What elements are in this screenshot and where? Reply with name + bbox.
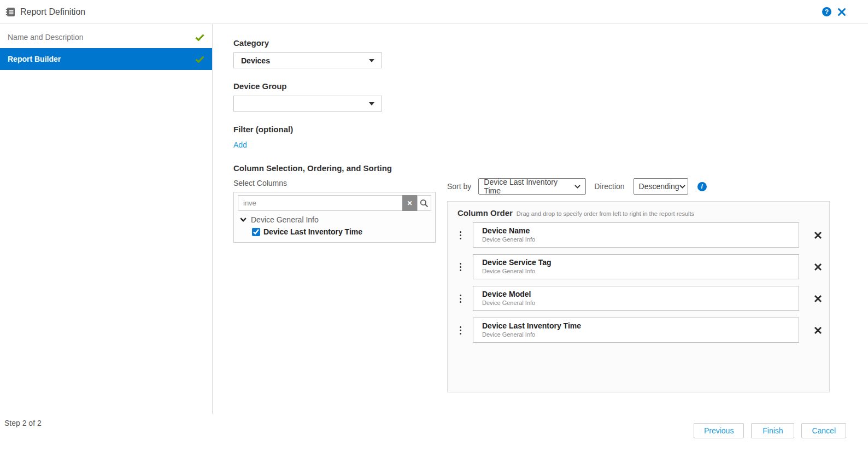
chevron-down-icon [240, 218, 247, 222]
category-label: Category [233, 38, 437, 48]
column-card-subtitle: Device General Info [482, 236, 799, 243]
caret-down-icon [369, 59, 374, 62]
column-card-subtitle: Device General Info [482, 331, 799, 338]
select-columns-label: Select Columns [233, 179, 437, 187]
column-order-panel: Column Order Drag and drop to specify or… [447, 201, 830, 392]
column-card-title: Device Last Inventory Time [482, 321, 799, 331]
column-card-device-model[interactable]: Device Model Device General Info [473, 286, 799, 311]
chevron-down-icon [574, 185, 580, 189]
wizard-footer: Step 2 of 2 Previous Finish Cancel [0, 414, 868, 452]
caret-down-icon [369, 102, 374, 105]
column-card-device-service-tag[interactable]: Device Service Tag Device General Info [473, 254, 799, 279]
remove-column-icon[interactable] [814, 263, 822, 271]
report-icon [5, 7, 15, 17]
tree-group-device-general-info[interactable]: Device General Info [238, 215, 431, 224]
previous-button[interactable]: Previous [694, 423, 744, 438]
step-label: Report Builder [8, 55, 61, 63]
remove-column-icon[interactable] [814, 326, 822, 334]
search-icon[interactable] [417, 195, 431, 211]
column-order-row: Device Service Tag Device General Info [448, 254, 829, 279]
step-complete-check-icon [195, 34, 204, 41]
report-definition-dialog: Report Definition ? Name and Description… [0, 0, 868, 452]
step-label: Name and Description [8, 33, 84, 42]
tree-item-device-last-inventory-time: Device Last Inventory Time [252, 227, 431, 236]
column-checkbox[interactable] [252, 228, 260, 236]
step-complete-check-icon [195, 56, 204, 63]
finish-button[interactable]: Finish [751, 423, 794, 438]
sort-by-value: Device Last Inventory Time [484, 178, 574, 195]
device-group-label: Device Group [233, 81, 437, 91]
column-selection-heading: Column Selection, Ordering, and Sorting [233, 163, 437, 173]
direction-select[interactable]: Descending [634, 178, 688, 195]
sidebar-item-report-builder[interactable]: Report Builder [0, 48, 212, 70]
help-icon[interactable]: ? [822, 7, 831, 16]
direction-value: Descending [639, 182, 679, 191]
info-icon[interactable]: i [697, 182, 707, 191]
column-card-device-last-inventory-time[interactable]: Device Last Inventory Time Device Genera… [473, 318, 799, 343]
column-order-row: Device Model Device General Info [448, 286, 829, 311]
add-filter-link[interactable]: Add [233, 140, 250, 149]
category-dropdown[interactable]: Devices [233, 52, 382, 68]
column-order-row: Device Name Device General Info [448, 222, 829, 248]
sort-by-label: Sort by [447, 182, 471, 191]
device-group-dropdown[interactable] [233, 96, 382, 111]
select-columns-panel: ✕ Device General Info [233, 192, 436, 243]
column-card-title: Device Service Tag [482, 258, 799, 267]
column-search-input[interactable] [238, 195, 402, 211]
column-card-subtitle: Device General Info [482, 268, 799, 274]
close-icon[interactable] [837, 8, 846, 16]
column-card-title: Device Name [482, 226, 799, 236]
column-order-row: Device Last Inventory Time Device Genera… [448, 318, 829, 343]
wizard-steps-sidebar: Name and Description Report Builder [0, 24, 213, 414]
dialog-title: Report Definition [20, 7, 85, 17]
sort-by-select[interactable]: Device Last Inventory Time [478, 178, 586, 195]
drag-handle-icon[interactable] [448, 263, 473, 271]
remove-column-icon[interactable] [814, 295, 822, 303]
category-value: Devices [241, 56, 270, 65]
chevron-down-icon [679, 185, 685, 189]
sidebar-item-name-and-description[interactable]: Name and Description [0, 26, 212, 48]
drag-handle-icon[interactable] [448, 231, 473, 239]
column-order-title: Column Order [458, 208, 513, 218]
drag-handle-icon[interactable] [448, 295, 473, 303]
sort-controls: Sort by Device Last Inventory Time Direc… [447, 178, 707, 195]
tree-group-label: Device General Info [251, 215, 319, 224]
column-order-list: Device Name Device General Info Device S… [448, 222, 829, 343]
cancel-button[interactable]: Cancel [801, 423, 846, 438]
column-card-subtitle: Device General Info [482, 300, 799, 306]
column-card-device-name[interactable]: Device Name Device General Info [473, 222, 799, 248]
step-indicator: Step 2 of 2 [4, 419, 42, 427]
report-builder-panel: Category Devices Device Group Filter (op… [213, 24, 868, 414]
direction-label: Direction [594, 182, 624, 191]
clear-search-icon[interactable]: ✕ [402, 195, 417, 211]
dialog-header: Report Definition ? [0, 0, 868, 24]
column-card-title: Device Model [482, 290, 799, 299]
remove-column-icon[interactable] [814, 231, 822, 239]
tree-item-label: Device Last Inventory Time [263, 227, 362, 236]
drag-handle-icon[interactable] [448, 326, 473, 334]
column-order-hint: Drag and drop to specify order from left… [517, 210, 694, 217]
filter-label: Filter (optional) [233, 125, 437, 134]
